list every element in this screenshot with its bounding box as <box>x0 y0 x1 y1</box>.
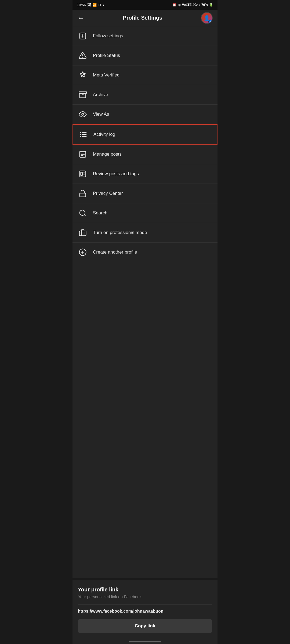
avatar-check-icon: ✓ <box>208 20 213 24</box>
create-profile-label: Create another profile <box>93 250 137 255</box>
profile-link-divider <box>78 604 212 605</box>
profile-link-url[interactable]: https://www.facebook.com/johnawaabuon <box>78 609 212 614</box>
menu-item-search[interactable]: Search <box>73 203 218 223</box>
menu-item-meta-verified[interactable]: Meta Verified <box>73 65 218 85</box>
follow-settings-label: Follow settings <box>93 33 123 39</box>
page-title: Profile Settings <box>84 15 201 21</box>
menu-item-profile-status[interactable]: Profile Status <box>73 46 218 65</box>
menu-item-view-as[interactable]: View As <box>73 105 218 124</box>
profile-link-description: Your personalized link on Facebook. <box>78 594 212 599</box>
briefcase-icon <box>78 228 88 237</box>
svg-point-7 <box>82 113 84 115</box>
dot-icon: • <box>103 3 104 7</box>
home-bar <box>129 641 161 642</box>
menu-item-professional-mode[interactable]: Turn on professional mode <box>73 223 218 243</box>
svg-rect-5 <box>79 92 86 93</box>
lock-icon <box>78 189 88 198</box>
svg-line-25 <box>84 215 86 216</box>
add-circle-icon <box>78 247 88 257</box>
alarm-icon: ⏰ <box>172 3 176 7</box>
svg-rect-19 <box>81 172 82 176</box>
status-right: ⏰ ◎ VoLTE 4G↑↓ 79% 🔋 <box>172 3 213 7</box>
activity-log-icon <box>78 130 88 139</box>
svg-point-13 <box>80 136 81 137</box>
profile-link-section: Your profile link Your personalized link… <box>73 578 218 638</box>
gallery-icon: 🖼 <box>87 3 91 7</box>
eye-icon <box>78 109 88 119</box>
menu-item-manage-posts[interactable]: Manage posts <box>73 145 218 164</box>
svg-rect-26 <box>79 231 86 236</box>
svg-point-12 <box>80 134 81 135</box>
menu-item-privacy-center[interactable]: Privacy Center <box>73 184 218 203</box>
manage-posts-label: Manage posts <box>93 152 122 157</box>
wifi-icon: ◎ <box>178 3 180 7</box>
search-icon <box>78 208 88 218</box>
menu-list: Follow settings Profile Status Meta Veri… <box>73 26 218 578</box>
status-time: 10:56 <box>77 3 86 7</box>
archive-icon <box>78 90 88 100</box>
search-label: Search <box>93 210 107 216</box>
battery-level: 79% <box>201 3 208 7</box>
status-bar: 10:56 🖼 📶 ⊖ • ⏰ ◎ VoLTE 4G↑↓ 79% 🔋 <box>73 0 218 10</box>
meta-verified-label: Meta Verified <box>93 72 119 78</box>
profile-link-title: Your profile link <box>78 587 212 593</box>
follow-icon <box>78 31 88 41</box>
review-posts-icon <box>78 169 88 179</box>
menu-item-activity-log[interactable]: Activity log <box>73 124 218 145</box>
signal-icon: 📶 <box>92 3 97 7</box>
profile-status-label: Profile Status <box>93 53 120 58</box>
status-left: 10:56 🖼 📶 ⊖ • <box>77 3 104 7</box>
dnd-icon: ⊖ <box>98 3 101 7</box>
top-nav: ← Profile Settings 👤 ✓ <box>73 10 218 26</box>
verified-icon <box>78 70 88 80</box>
svg-point-11 <box>80 132 81 133</box>
archive-label: Archive <box>93 92 108 97</box>
svg-rect-23 <box>80 193 86 197</box>
network-icon: VoLTE 4G↑↓ <box>182 3 200 7</box>
menu-item-review-posts-tags[interactable]: Review posts and tags <box>73 164 218 184</box>
home-indicator <box>73 638 218 644</box>
copy-link-button[interactable]: Copy link <box>78 619 212 633</box>
professional-mode-label: Turn on professional mode <box>93 230 147 235</box>
manage-posts-icon <box>78 149 88 159</box>
menu-item-create-profile[interactable]: Create another profile <box>73 243 218 262</box>
review-posts-tags-label: Review posts and tags <box>93 171 139 177</box>
menu-item-archive[interactable]: Archive <box>73 85 218 105</box>
activity-log-label: Activity log <box>93 132 115 137</box>
battery-icon: 🔋 <box>209 3 213 7</box>
alert-icon <box>78 51 88 60</box>
avatar[interactable]: 👤 ✓ <box>201 12 213 24</box>
privacy-center-label: Privacy Center <box>93 191 123 196</box>
menu-item-follow-settings[interactable]: Follow settings <box>73 26 218 46</box>
view-as-label: View As <box>93 112 109 117</box>
back-button[interactable]: ← <box>77 14 84 21</box>
